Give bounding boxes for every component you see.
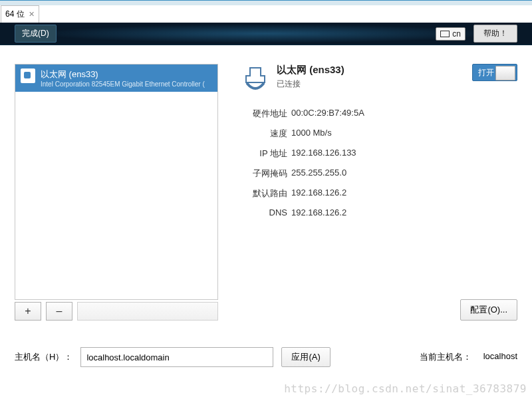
prop-label: 硬件地址 (241, 108, 287, 120)
ime-indicator[interactable]: cn (436, 27, 466, 41)
toggle-label: 打开 (478, 67, 494, 78)
keyboard-icon (440, 31, 450, 37)
prop-label: 速度 (241, 128, 287, 140)
toolbar-spacer (77, 302, 218, 321)
list-item-title: 以太网 (ens33) (41, 68, 211, 80)
current-hostname-label: 当前主机名： (420, 351, 471, 363)
remove-button[interactable]: – (46, 302, 72, 321)
ime-label: cn (452, 29, 461, 39)
ethernet-icon (21, 68, 35, 83)
detail-title: 以太网 (ens33) (277, 64, 466, 76)
close-icon[interactable]: ✕ (29, 10, 35, 19)
prop-label: 子网掩码 (241, 168, 287, 180)
connection-toggle[interactable]: 打开 (472, 64, 517, 81)
interface-list[interactable]: 以太网 (ens33) Intel Corporation 82545EM Gi… (15, 64, 218, 300)
configure-button[interactable]: 配置(O)... (460, 299, 517, 321)
apply-button[interactable]: 应用(A) (281, 347, 330, 367)
prop-label: DNS (241, 207, 287, 217)
prop-value: 192.168.126.2 (291, 207, 346, 217)
topbar: 完成(D) cn 帮助！ (0, 23, 532, 45)
prop-value: 192.168.126.2 (291, 188, 346, 200)
help-button[interactable]: 帮助！ (473, 25, 517, 43)
watermark: https://blog.csdn.net/sinat_36783879 (284, 382, 527, 395)
prop-label: IP 地址 (241, 148, 287, 160)
detail-status: 已连接 (277, 78, 466, 90)
done-button[interactable]: 完成(D) (15, 25, 57, 43)
add-button[interactable]: + (15, 302, 41, 321)
list-item[interactable]: 以太网 (ens33) Intel Corporation 82545EM Gi… (15, 65, 217, 92)
list-item-subtitle: Intel Corporation 82545EM Gigabit Ethern… (41, 80, 211, 88)
ethernet-large-icon (241, 64, 270, 93)
prop-value: 1000 Mb/s (291, 128, 332, 140)
hostname-label: 主机名（H）： (15, 351, 72, 363)
prop-value: 00:0C:29:B7:49:5A (291, 108, 364, 120)
hostname-input[interactable] (80, 347, 273, 367)
prop-value: 255.255.255.0 (291, 168, 346, 180)
tab-label: 64 位 (5, 9, 25, 20)
prop-label: 默认路由 (241, 188, 287, 200)
detail-properties: 硬件地址00:0C:29:B7:49:5A 速度1000 Mb/s IP 地址1… (241, 104, 517, 221)
current-hostname-value: localhost (483, 351, 517, 363)
prop-value: 192.168.126.133 (291, 148, 356, 160)
tab-64bit[interactable]: 64 位 ✕ (1, 5, 39, 23)
